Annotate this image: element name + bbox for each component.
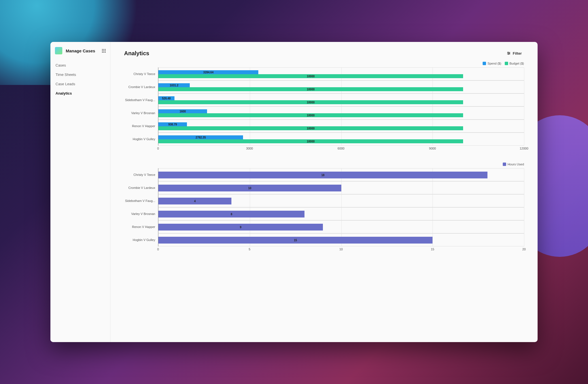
bar-value-label: 10000: [307, 114, 315, 117]
y-axis-label: Varley V Brosnan: [124, 106, 158, 120]
bar[interactable]: 15: [158, 237, 433, 244]
bar-value-label: 4: [194, 200, 196, 203]
bar[interactable]: 4: [158, 198, 231, 204]
chart-row: 3284.6410000: [158, 67, 524, 80]
bar-value-label: 10000: [307, 75, 315, 78]
bar[interactable]: 3284.64: [158, 70, 258, 74]
y-axis-label: Crombie V Lardeux: [124, 80, 158, 93]
y-axis-label: Sidebotham V Faug...: [124, 93, 158, 106]
chart-row: 8: [158, 207, 524, 220]
bar[interactable]: 1031.2: [158, 83, 190, 87]
legend-label: Hours Used: [508, 163, 524, 166]
bar-value-label: 1031.2: [170, 84, 178, 87]
sidebar-item-cases[interactable]: Cases: [50, 61, 110, 70]
plot-area: 181048915: [158, 168, 524, 246]
gridline: [524, 67, 524, 146]
filter-button[interactable]: Filter: [504, 50, 524, 57]
bar-value-label: 18: [321, 174, 324, 177]
chart-row: 15: [158, 233, 524, 246]
apps-grid-icon[interactable]: [102, 49, 106, 53]
svg-point-3: [509, 53, 510, 54]
chart-row: 9: [158, 220, 524, 233]
y-axis-labels: Christy V TeeceCrombie V LardeuxSideboth…: [124, 67, 158, 146]
chart-row: 4: [158, 194, 524, 207]
legend-label: Budget ($): [510, 62, 524, 65]
main-content: Analytics Filter Spend ($)Budget ($)Chri…: [110, 42, 538, 342]
chart-body: Christy V TeeceCrombie V LardeuxSideboth…: [124, 168, 524, 246]
bar-value-label: 9: [240, 226, 242, 229]
app-window: Manage Cases CasesTime SheetsCase LeadsA…: [50, 42, 538, 342]
x-axis-tick: 6000: [338, 147, 344, 150]
sidebar-item-analytics[interactable]: Analytics: [50, 89, 110, 98]
bar-value-label: 526.48: [162, 97, 171, 100]
x-axis-tick: 5: [249, 248, 250, 251]
bar-value-label: 10: [248, 187, 251, 190]
legend-swatch: [483, 62, 486, 65]
sidebar-item-case-leads[interactable]: Case Leads: [50, 79, 110, 89]
bar[interactable]: 526.48: [158, 96, 174, 100]
app-title: Manage Cases: [66, 48, 102, 53]
bar-value-label: 8: [231, 213, 232, 216]
bar[interactable]: 8: [158, 211, 304, 217]
y-axis-label: Renon V Happer: [124, 120, 158, 133]
bar-value-label: 10000: [307, 88, 315, 91]
chart-legend: Spend ($)Budget ($): [124, 62, 524, 65]
y-axis-label: Sidebotham V Faug...: [124, 194, 158, 207]
chart-row: 160010000: [158, 106, 524, 120]
sidebar-nav: CasesTime SheetsCase LeadsAnalytics: [50, 58, 110, 100]
chart-row: 2782.3510000: [158, 133, 524, 146]
bar[interactable]: 10000: [158, 126, 463, 130]
chart-row: 10: [158, 181, 524, 194]
y-axis-labels: Christy V TeeceCrombie V LardeuxSideboth…: [124, 168, 158, 246]
app-logo: [55, 47, 62, 54]
sidebar-item-time-sheets[interactable]: Time Sheets: [50, 70, 110, 79]
bar-value-label: 15: [294, 239, 297, 242]
y-axis-label: Hogbin V Gulley: [124, 133, 158, 146]
bar[interactable]: 10000: [158, 113, 463, 117]
legend-swatch: [505, 62, 508, 65]
y-axis-label: Varley V Brosnan: [124, 207, 158, 220]
gridline: [524, 168, 524, 246]
chart-1: Hours UsedChristy V TeeceCrombie V Larde…: [124, 163, 524, 252]
x-axis-tick: 20: [522, 248, 526, 251]
bar[interactable]: 10: [158, 185, 341, 191]
bar[interactable]: 1600: [158, 109, 207, 113]
x-axis: 030006000900012000: [124, 147, 524, 151]
bar-value-label: 2782.35: [196, 136, 206, 139]
legend-item[interactable]: Spend ($): [483, 62, 501, 65]
bar-value-label: 1600: [180, 110, 186, 113]
x-axis-tick: 0: [157, 147, 159, 150]
bar[interactable]: 18: [158, 172, 487, 178]
bar[interactable]: 9: [158, 224, 323, 231]
bar[interactable]: 10000: [158, 139, 463, 143]
sidebar-header: Manage Cases: [50, 47, 110, 58]
bar[interactable]: 938.79: [158, 122, 187, 126]
x-axis-tick: 12000: [520, 147, 529, 150]
chart-row: 1031.210000: [158, 80, 524, 93]
filter-icon: [506, 51, 511, 56]
chart-legend: Hours Used: [124, 163, 524, 166]
bar[interactable]: 10000: [158, 74, 463, 78]
svg-point-1: [508, 52, 509, 53]
legend-item[interactable]: Hours Used: [503, 163, 524, 166]
y-axis-label: Crombie V Lardeux: [124, 181, 158, 194]
bar[interactable]: 10000: [158, 87, 463, 91]
bar-value-label: 938.79: [168, 123, 177, 126]
bar-value-label: 10000: [307, 127, 315, 130]
x-axis: 05101520: [124, 248, 524, 252]
x-axis-tick: 0: [157, 248, 159, 251]
x-axis-tick: 3000: [246, 147, 253, 150]
svg-point-5: [508, 54, 509, 55]
x-axis-tick: 9000: [429, 147, 436, 150]
main-header: Analytics Filter: [124, 50, 524, 57]
bar[interactable]: 2782.35: [158, 135, 243, 139]
legend-item[interactable]: Budget ($): [505, 62, 524, 65]
y-axis-label: Renon V Happer: [124, 220, 158, 233]
bar-value-label: 3284.64: [203, 71, 214, 74]
sidebar: Manage Cases CasesTime SheetsCase LeadsA…: [50, 42, 110, 342]
y-axis-label: Hogbin V Gulley: [124, 233, 158, 246]
chart-row: 18: [158, 168, 524, 181]
bar-value-label: 10000: [307, 140, 315, 143]
plot-area: 3284.64100001031.210000526.4810000160010…: [158, 67, 524, 146]
bar[interactable]: 10000: [158, 100, 463, 104]
